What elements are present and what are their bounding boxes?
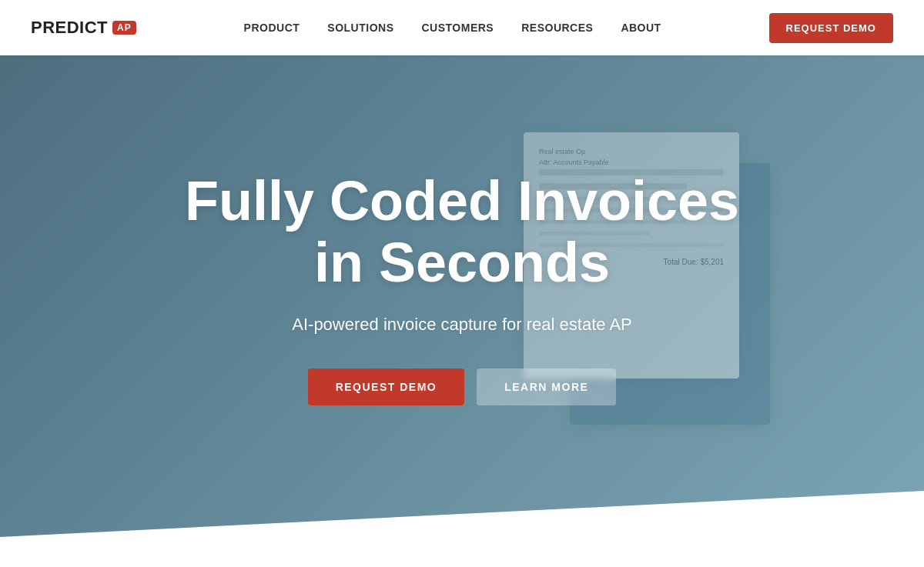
hero-subtitle: AI-powered invoice capture for real esta… [292,315,631,335]
hero-learn-more-button[interactable]: LEARN MORE [477,369,616,405]
nav-item-about[interactable]: ABOUT [621,21,661,35]
logo-text: PREDICT [31,18,108,38]
logo-link[interactable]: PREDICT AP [31,18,136,38]
nav-link-product[interactable]: PRODUCT [244,22,300,34]
hero-content: Fully Coded Invoices in Seconds AI-power… [0,55,924,567]
hero-buttons: REQUEST DEMO LEARN MORE [308,369,617,405]
hero-title-line2: in Seconds [314,232,610,293]
nav-links: PRODUCT SOLUTIONS CUSTOMERS RESOURCES AB… [244,21,661,35]
navbar: PREDICT AP PRODUCT SOLUTIONS CUSTOMERS R… [0,0,924,55]
hero-title-line1: Fully Coded Invoices [185,170,739,232]
nav-link-about[interactable]: ABOUT [621,22,661,34]
nav-link-customers[interactable]: CUSTOMERS [422,22,494,34]
nav-item-solutions[interactable]: SOLUTIONS [327,21,393,35]
nav-item-resources[interactable]: RESOURCES [521,21,593,35]
hero-title: Fully Coded Invoices in Seconds [185,171,739,292]
hero-section: Real estate Op Attr: Accounts Payable To… [0,55,924,567]
nav-link-solutions[interactable]: SOLUTIONS [327,22,393,34]
nav-link-resources[interactable]: RESOURCES [521,22,593,34]
hero-request-demo-button[interactable]: REQUEST DEMO [308,369,465,405]
nav-item-customers[interactable]: CUSTOMERS [422,21,494,35]
logo-badge: AP [112,21,136,35]
nav-request-demo-button[interactable]: REQUEST DEMO [769,13,893,43]
nav-item-product[interactable]: PRODUCT [244,21,300,35]
